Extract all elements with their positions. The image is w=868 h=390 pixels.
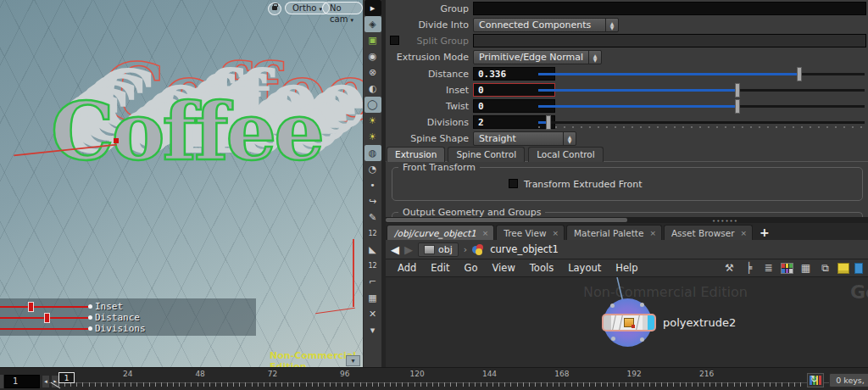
color-palette-icon[interactable] [781, 263, 793, 274]
extrude-handle-vline[interactable] [353, 239, 354, 307]
param-tab-spine-control[interactable]: Spine Control [448, 147, 525, 162]
ruler-tick [372, 382, 373, 387]
menu-add[interactable]: Add [398, 262, 416, 274]
forward-button[interactable]: ▶ [404, 243, 413, 256]
handle-dot-divisions[interactable] [88, 326, 92, 331]
lighting-mode-icon[interactable]: ◯ [364, 97, 381, 113]
ruler-tick [438, 382, 439, 387]
snap-options-icon[interactable]: ▣ [364, 32, 381, 48]
grid-view-icon[interactable]: ▦ [798, 261, 813, 275]
scrollbar-thumb[interactable] [386, 218, 627, 222]
menu-layout[interactable]: Layout [568, 262, 601, 274]
handle-line-divisions[interactable] [0, 328, 88, 330]
auto-key-button[interactable]: ↻ [807, 373, 824, 387]
list-view-icon[interactable]: ≣ [761, 261, 776, 275]
viewport-corner-menu[interactable]: ▾ [346, 355, 360, 366]
pane-tab-tree-view[interactable]: Tree View× [496, 225, 565, 240]
network-box-icon[interactable] [854, 263, 863, 274]
slider-handle[interactable] [735, 83, 740, 98]
strip-scroll-up-icon[interactable]: ▸ [364, 0, 381, 16]
parameter-scrollbar[interactable]: •••••• [386, 217, 868, 223]
keys-status-button[interactable]: 0 keys, [829, 373, 868, 387]
param-field-split-group[interactable] [473, 34, 866, 47]
menu-view[interactable]: View [492, 262, 515, 274]
extrude-handle-dot[interactable] [114, 138, 119, 143]
param-slider-distance[interactable] [538, 73, 865, 75]
headlight-off-icon[interactable]: ⊗ [364, 64, 381, 81]
vertex-markers-icon[interactable]: ✎ [364, 209, 381, 226]
close-tab-icon[interactable]: × [482, 226, 489, 240]
polyextrude-node[interactable] [602, 314, 656, 332]
current-node-label[interactable]: curve_object1 [490, 243, 559, 255]
panes-icon[interactable]: ⧉ [818, 261, 832, 275]
transform-extruded-front-checkbox[interactable] [509, 179, 518, 188]
slider-handle[interactable] [546, 115, 551, 130]
param-dropdown-extrusion-mode[interactable]: Primitive/Edge Normal▲▼ [473, 50, 602, 64]
lock-camera-icon[interactable]: ◉ [364, 48, 381, 64]
spinner-icon[interactable]: ▲▼ [588, 51, 601, 64]
normal-lights-icon[interactable]: ☀ [364, 113, 381, 129]
spinner-icon[interactable]: ▲▼ [563, 132, 576, 145]
materials-icon[interactable]: ◔ [364, 161, 381, 177]
tools-icon[interactable]: ⚒ [722, 261, 737, 275]
sticky-note-icon[interactable] [837, 263, 849, 274]
shadows-icon[interactable]: ◍ [364, 145, 381, 161]
handle-grab-inset[interactable] [28, 302, 34, 312]
axis-display-icon[interactable]: ✕ [364, 306, 381, 322]
param-slider-twist[interactable] [538, 105, 865, 108]
close-tab-icon[interactable]: × [741, 226, 748, 240]
param-row-extrusion-mode: Extrusion ModePrimitive/Edge Normal▲▼ [386, 50, 868, 64]
prim-normals-icon[interactable]: ◣ [364, 242, 381, 258]
param-slider-divisions[interactable] [538, 121, 865, 124]
profile-curves-icon[interactable]: ⌐ [364, 274, 381, 290]
param-tab-extrusion[interactable]: Extrusion [387, 147, 445, 162]
param-dropdown-spine-shape[interactable]: Straight▲▼ [473, 131, 576, 146]
view-gesture-icon[interactable]: ◈ [364, 16, 381, 32]
scene-viewport[interactable]: CoffeeCoffeeCoffeeCoffeeCoffeeCoffeeCoff… [0, 0, 363, 367]
prim-numbers-icon[interactable]: 12 [364, 258, 381, 274]
group-display-icon[interactable]: ▦ [364, 290, 381, 306]
new-tab-button[interactable]: + [760, 225, 770, 240]
step-back-button[interactable]: ◂ [42, 375, 50, 388]
context-chip-obj[interactable]: obj [418, 242, 459, 257]
handle-dot-inset[interactable] [88, 304, 92, 309]
menu-edit[interactable]: Edit [431, 262, 449, 274]
current-frame-field[interactable]: 1 [4, 375, 40, 388]
handle-grab-distance[interactable] [44, 313, 50, 323]
tree-view-icon[interactable]: ╞ [742, 261, 756, 275]
points-display-icon[interactable]: • [364, 177, 381, 193]
current-frame-flag[interactable]: 1 [58, 372, 75, 383]
close-tab-icon[interactable]: × [649, 226, 656, 240]
menu-tools[interactable]: Tools [530, 262, 554, 274]
node-name-label[interactable]: polyextrude2 [663, 316, 736, 329]
ruler-tick [788, 382, 789, 387]
ruler-label: 48 [195, 370, 204, 378]
param-dropdown-divide-into[interactable]: Connected Components▲▼ [473, 18, 619, 32]
close-tab-icon[interactable]: × [552, 226, 559, 240]
param-label: Divisions [427, 117, 469, 128]
param-tab-local-control[interactable]: Local Control [528, 147, 604, 162]
viewport-lock-button[interactable] [268, 3, 281, 15]
hooks-display-icon[interactable]: ↪ [364, 193, 381, 209]
strip-scroll-down-icon[interactable]: ▾ [364, 322, 381, 338]
param-field-group[interactable] [473, 2, 866, 15]
param-slider-inset[interactable] [538, 89, 865, 92]
playbar-left-button[interactable] [0, 375, 3, 388]
slider-handle[interactable] [797, 67, 802, 81]
slider-handle[interactable] [735, 99, 740, 114]
pane-tab-asset-browser[interactable]: Asset Browser× [664, 225, 753, 240]
shading-mode-icon[interactable]: ◐ [364, 81, 381, 97]
param-checkbox[interactable] [390, 36, 399, 45]
handle-dot-distance[interactable] [88, 315, 92, 320]
hq-lighting-icon[interactable]: ☀ [364, 129, 381, 145]
menu-go[interactable]: Go [465, 262, 478, 274]
back-button[interactable]: ◀ [391, 243, 399, 256]
network-editor[interactable]: Non-Commercial Edition Ge polyextrude2 [386, 277, 868, 369]
point-numbers-icon[interactable]: 12 [364, 226, 381, 242]
pane-tab-material-palette[interactable]: Material Palette× [566, 225, 662, 240]
spinner-icon[interactable]: ▲▼ [605, 19, 618, 31]
pane-tab--obj-curve-object-[interactable]: /obj/curve_object1× [387, 225, 494, 240]
handle-line-inset[interactable] [0, 306, 88, 308]
menu-help[interactable]: Help [615, 262, 637, 274]
camera-menu[interactable]: No cam ▾ [322, 2, 363, 14]
